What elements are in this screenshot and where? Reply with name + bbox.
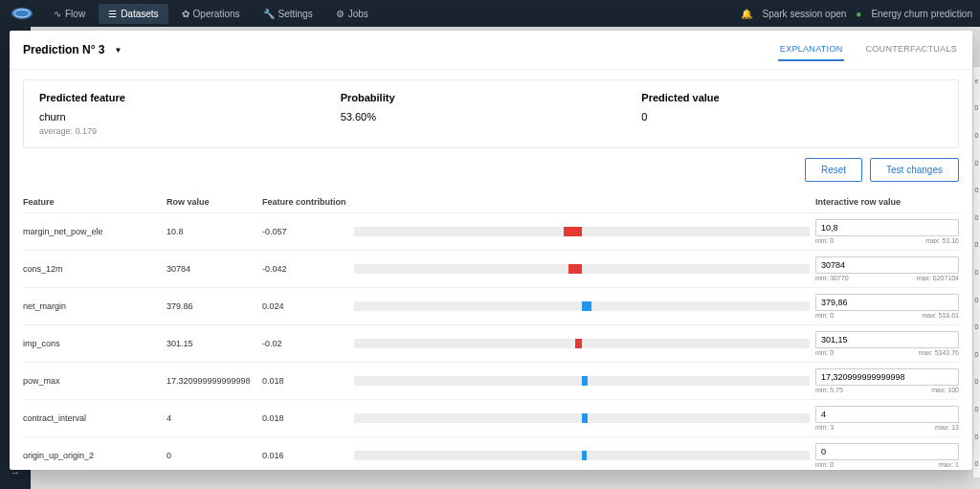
- reset-button[interactable]: Reset: [805, 158, 862, 182]
- tab-counterfactuals[interactable]: COUNTERFACTUALS: [863, 38, 959, 61]
- interactive-cell: min: 0max: 5343.76: [815, 331, 959, 356]
- feature-name: margin_net_pow_ele: [23, 227, 167, 236]
- action-buttons: Reset Test changes: [10, 158, 972, 191]
- row-value: 379.86: [167, 301, 262, 311]
- interactive-cell: min: 0max: 53.16: [815, 219, 959, 244]
- row-value: 301.15: [167, 339, 262, 348]
- probability-value: 53.60%: [341, 111, 642, 122]
- predicted-feature-avg: average: 0.179: [39, 126, 341, 136]
- right-strip: e00000000000000: [972, 67, 980, 478]
- contribution-bar: [348, 339, 815, 348]
- modal-tabs: EXPLANATION COUNTERFACTUALS: [778, 38, 959, 61]
- operations-icon: ✿: [182, 9, 189, 19]
- col-contribution: Feature contribution: [262, 197, 348, 207]
- table-row: net_margin379.860.024min: 0max: 518.61: [23, 288, 959, 325]
- prediction-selector[interactable]: Prediction N° 3 ▼: [23, 43, 122, 56]
- row-value: 0: [167, 451, 262, 460]
- max-label: max: 100: [931, 387, 959, 393]
- flow-icon: ∿: [54, 9, 61, 19]
- predicted-value-label: Predicted value: [641, 92, 943, 103]
- explanation-modal: Prediction N° 3 ▼ EXPLANATION COUNTERFAC…: [10, 31, 972, 470]
- row-value: 17.320999999999998: [167, 376, 262, 386]
- table-header: Feature Row value Feature contribution I…: [23, 191, 959, 213]
- interactive-cell: min: 0max: 518.61: [815, 294, 959, 319]
- interactive-value-input[interactable]: [815, 406, 959, 423]
- nav-flow[interactable]: ∿Flow: [44, 4, 95, 24]
- col-interactive: Interactive row value: [815, 197, 959, 207]
- table-row: cons_12m30784-0.042min: 30770max: 620710…: [23, 251, 959, 288]
- feature-name: imp_cons: [23, 339, 167, 348]
- table-row: contract_interval40.018min: 3max: 13: [23, 400, 959, 437]
- logo[interactable]: [8, 4, 36, 23]
- interactive-value-input[interactable]: [815, 443, 959, 460]
- chevron-down-icon: ▼: [114, 46, 122, 55]
- summary-card: Predicted feature churn average: 0.179 P…: [23, 79, 959, 148]
- spark-status: Spark session open: [762, 9, 846, 19]
- table-row: origin_up_origin_200.016min: 0max: 1: [23, 437, 959, 470]
- feature-name: pow_max: [23, 376, 167, 386]
- col-feature: Feature: [23, 197, 167, 207]
- modal-head: Prediction N° 3 ▼ EXPLANATION COUNTERFAC…: [10, 31, 972, 70]
- project-name: Energy churn prediction: [871, 9, 972, 19]
- predicted-value-col: Predicted value 0: [641, 92, 943, 136]
- nav-jobs[interactable]: ⚙Jobs: [326, 4, 378, 24]
- topbar: ∿Flow ☰Datasets ✿Operations 🔧Settings ⚙J…: [0, 0, 980, 27]
- nav-settings[interactable]: 🔧Settings: [254, 4, 323, 24]
- interactive-cell: min: 5.75max: 100: [815, 368, 959, 393]
- min-label: min: 0: [815, 237, 834, 244]
- bell-icon[interactable]: 🔔: [741, 9, 752, 19]
- tab-explanation[interactable]: EXPLANATION: [778, 38, 845, 61]
- contribution-value: 0.018: [262, 413, 348, 423]
- row-value: 10.8: [167, 227, 262, 236]
- interactive-cell: min: 0max: 1: [815, 443, 959, 468]
- max-label: max: 13: [935, 424, 959, 431]
- nav-operations[interactable]: ✿Operations: [172, 4, 250, 24]
- contribution-bar: [348, 227, 815, 236]
- interactive-cell: min: 3max: 13: [815, 406, 959, 431]
- min-label: min: 0: [815, 461, 834, 468]
- test-changes-button[interactable]: Test changes: [870, 158, 959, 182]
- nav-datasets[interactable]: ☰Datasets: [99, 4, 167, 24]
- settings-icon: 🔧: [263, 9, 275, 19]
- interactive-value-input[interactable]: [815, 256, 959, 274]
- jobs-icon: ⚙: [336, 9, 345, 19]
- col-row-value: Row value: [167, 197, 262, 207]
- nav: ∿Flow ☰Datasets ✿Operations 🔧Settings ⚙J…: [44, 4, 378, 24]
- interactive-value-input[interactable]: [815, 294, 959, 311]
- feature-table: Feature Row value Feature contribution I…: [10, 191, 972, 470]
- contribution-bar: [348, 301, 815, 311]
- contribution-value: -0.057: [262, 227, 348, 236]
- feature-name: contract_interval: [23, 413, 167, 423]
- min-label: min: 0: [815, 312, 834, 319]
- contribution-value: 0.024: [262, 301, 348, 311]
- table-row: imp_cons301.15-0.02min: 0max: 5343.76: [23, 325, 959, 363]
- row-value: 4: [167, 413, 262, 423]
- contribution-value: 0.016: [262, 451, 348, 460]
- contribution-bar: [348, 413, 815, 423]
- interactive-cell: min: 30770max: 6207104: [815, 256, 959, 281]
- max-label: max: 53.16: [925, 237, 959, 244]
- interactive-value-input[interactable]: [815, 368, 959, 386]
- feature-name: net_margin: [23, 301, 167, 311]
- datasets-icon: ☰: [108, 9, 117, 19]
- table-row: pow_max17.3209999999999980.018min: 5.75m…: [23, 363, 959, 400]
- contribution-bar: [348, 264, 815, 274]
- probability-col: Probability 53.60%: [341, 92, 642, 136]
- min-label: min: 3: [815, 424, 834, 431]
- feature-name: cons_12m: [23, 264, 167, 274]
- min-label: min: 0: [815, 349, 834, 356]
- interactive-value-input[interactable]: [815, 331, 959, 348]
- probability-label: Probability: [341, 92, 642, 103]
- contribution-value: -0.042: [262, 264, 348, 274]
- interactive-value-input[interactable]: [815, 219, 959, 236]
- topbar-right: 🔔 Spark session open ● Energy churn pred…: [741, 9, 972, 19]
- contribution-bar: [348, 376, 815, 386]
- predicted-feature-col: Predicted feature churn average: 0.179: [39, 92, 341, 136]
- contribution-value: -0.02: [262, 339, 348, 348]
- max-label: max: 1: [939, 461, 959, 468]
- max-label: max: 518.61: [922, 312, 959, 319]
- table-row: margin_net_pow_ele10.8-0.057min: 0max: 5…: [23, 213, 959, 251]
- feature-name: origin_up_origin_2: [23, 451, 167, 460]
- row-value: 30784: [167, 264, 262, 274]
- status-ok-icon: ●: [856, 9, 861, 19]
